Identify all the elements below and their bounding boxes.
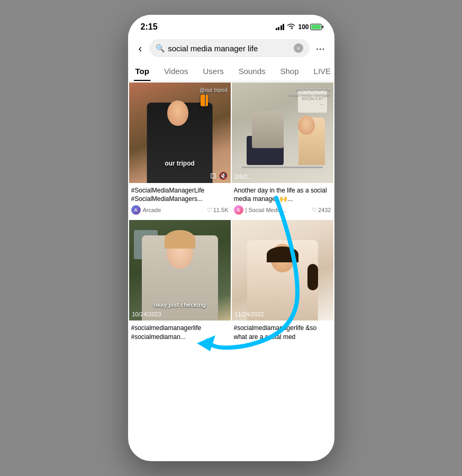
thumb-bottom-text-1: our tripod — [129, 160, 231, 167]
video-info-2: Another day in the life as a social medi… — [232, 183, 333, 219]
heart-icon-1: ♡ — [207, 207, 212, 214]
video-desc-2: Another day in the life as a social medi… — [234, 186, 331, 203]
phone-frame: 2:15 100 ‹ — [128, 15, 334, 461]
battery-icon: 100 — [298, 23, 321, 31]
video-card-2[interactable]: SOCIALS BY— day in the life of a social … — [232, 83, 333, 219]
back-button[interactable]: ‹ — [135, 41, 146, 56]
video-meta-2: S | Social Media... ♡ 2432 — [234, 205, 331, 215]
tab-top[interactable]: Top — [128, 61, 157, 81]
video-thumb-2: SOCIALS BY— day in the life of a social … — [232, 83, 333, 183]
video-controls-1: ⊡ 🔇 — [210, 171, 228, 180]
video-desc-4: #socialmediamanagerlife &so what are a s… — [234, 324, 331, 341]
video-thumb-4: 11/24/2022 — [232, 220, 333, 321]
search-icon: 🔍 — [156, 44, 165, 52]
video-desc-3: #socialmediamanagerlife #socialmediaman.… — [131, 324, 229, 341]
tab-shop[interactable]: Shop — [273, 61, 306, 81]
tab-videos[interactable]: Videos — [157, 61, 196, 81]
avatar-1: A — [131, 205, 141, 215]
search-input-wrap[interactable]: 🔍 social media manager life × — [149, 39, 310, 57]
video-thumb-1: @our tripod our tripod ⊡ 🔇 — [129, 83, 231, 183]
thumb-top-text-1: @our tripod — [200, 87, 227, 94]
search-bar: ‹ 🔍 social media manager life × ··· — [128, 35, 334, 61]
username-1: Arcade — [143, 207, 205, 213]
video-desc-1: #SocialMediaManagerLife #SocialMediaMana… — [131, 186, 229, 203]
thumb-top-text-2: day in the life of a social media manage… — [288, 87, 330, 98]
video-card-3[interactable]: okay just checking 10/24/2023 #socialmed… — [129, 220, 231, 345]
likes-2: ♡ 2432 — [312, 207, 331, 214]
status-bar: 2:15 100 — [128, 15, 334, 35]
status-icons: 100 — [276, 23, 322, 31]
tab-live[interactable]: LIVE — [306, 61, 334, 81]
status-time: 2:15 — [141, 22, 158, 32]
search-query: social media manager life — [168, 44, 291, 53]
wifi-icon — [287, 23, 295, 31]
thumb-bottom-text-3: okay just checking — [129, 301, 231, 308]
avatar-2: S — [234, 205, 243, 215]
thumb-date-2: 2/6/2... — [235, 173, 253, 180]
username-2: | Social Media... — [246, 207, 310, 213]
clear-button[interactable]: × — [294, 43, 303, 53]
video-info-1: #SocialMediaManagerLife #SocialMediaMana… — [129, 183, 231, 219]
likes-1: ♡ 11.5K — [207, 207, 229, 214]
video-thumb-3: okay just checking 10/24/2023 — [129, 220, 231, 321]
signal-icon — [276, 24, 285, 30]
video-meta-1: A Arcade ♡ 11.5K — [131, 205, 229, 215]
video-grid: @our tripod our tripod ⊡ 🔇 #SocialMediaM… — [128, 81, 334, 346]
thumb-date-3: 10/24/2023 — [132, 311, 161, 317]
heart-icon-2: ♡ — [312, 207, 317, 214]
tab-users[interactable]: Users — [195, 61, 231, 81]
video-info-3: #socialmediamanagerlife #socialmediaman.… — [129, 321, 231, 345]
tab-bar: Top Videos Users Sounds Shop LIVE Pla... — [128, 61, 334, 81]
content-area: @our tripod our tripod ⊡ 🔇 #SocialMediaM… — [128, 81, 334, 452]
thumb-date-4: 11/24/2022 — [235, 311, 264, 317]
tab-sounds[interactable]: Sounds — [231, 61, 273, 81]
more-button[interactable]: ··· — [314, 41, 327, 56]
video-card-4[interactable]: 11/24/2022 #socialmediamanagerlife &so w… — [232, 220, 333, 345]
video-card-1[interactable]: @our tripod our tripod ⊡ 🔇 #SocialMediaM… — [129, 83, 231, 219]
volume-icon: 🔇 — [219, 171, 228, 180]
video-info-4: #socialmediamanagerlife &so what are a s… — [232, 321, 333, 345]
caption-icon: ⊡ — [210, 171, 216, 180]
